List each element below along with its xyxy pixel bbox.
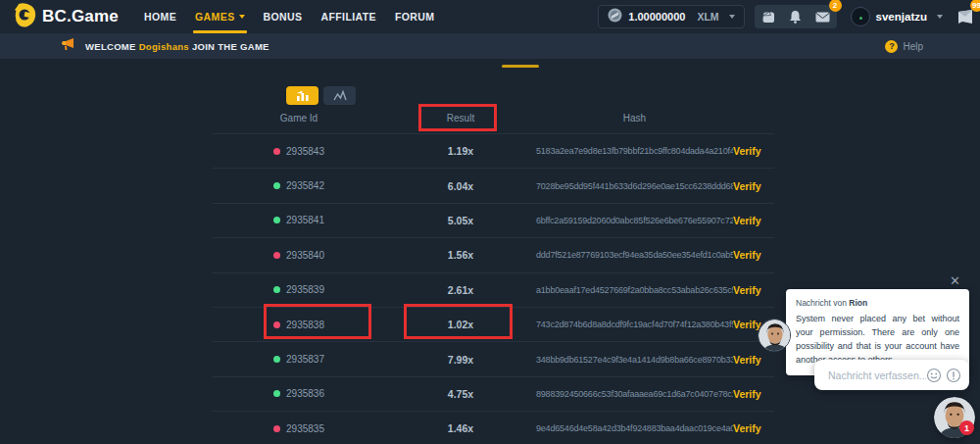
game-dot (273, 148, 280, 155)
highlight-box-result (404, 304, 513, 339)
megaphone-icon (61, 37, 75, 55)
hash-value: 348bb9db61527e4c9f3e4a1414d9b8ba66ce8970… (536, 355, 733, 365)
username: svenjatzu (876, 11, 927, 23)
header-hash: Hash (536, 113, 733, 123)
game-id-cell: 2935841 (213, 215, 385, 225)
game-id-cell: 2935839 (213, 284, 385, 295)
nav-home[interactable]: HOME (144, 0, 176, 33)
welcome-text: WELCOME Dogishans JOIN THE GAME (85, 41, 270, 52)
game-dot (273, 252, 280, 259)
game-id-cell: 2935836 (213, 388, 385, 399)
balance-currency: XLM (697, 11, 718, 23)
game-id: 2935835 (286, 423, 324, 434)
game-id: 2935837 (286, 354, 324, 365)
help-button[interactable]: ? Help (885, 33, 923, 59)
close-icon[interactable]: ✕ (950, 273, 960, 288)
smiley-icon[interactable] (926, 368, 942, 383)
chat-bubble-icon (956, 8, 974, 25)
chat-input-bar (814, 360, 969, 390)
hash-value: ddd7f521e87769103ecf94ea35da50ee354efd1c… (536, 250, 733, 260)
game-id-cell: 2935842 (213, 180, 385, 191)
hash-value: a1bb0eaaf17ed4527669f2a0bba8cc53abab26c6… (536, 285, 733, 295)
user-menu[interactable]: svenjatzu (851, 7, 943, 26)
table-row: 2935839 2.61x a1bb0eaaf17ed4527669f2a0bb… (213, 272, 774, 307)
game-id-cell: 2935843 (213, 146, 385, 157)
result-value: 1.56x (385, 249, 536, 261)
bcgame-logo-icon (14, 3, 36, 31)
result-value: 4.75x (385, 388, 536, 400)
hash-value: 8988392450666c53f30afaaaea69c1d6a7c0407e… (536, 389, 733, 399)
game-history-table: Game Id Result Hash 2935843 1.19x 5183a2… (213, 103, 774, 444)
trend-chart-icon (333, 90, 347, 102)
bar-chart-icon (296, 90, 310, 102)
game-id: 2935842 (286, 180, 324, 191)
main-nav: HOME GAMES BONUS AFFILIATE FORUM (144, 0, 435, 33)
table-row: 2935837 7.99x 348bb9db61527e4c9f3e4a1414… (213, 341, 774, 375)
nav-forum[interactable]: FORUM (395, 0, 435, 33)
verify-link[interactable]: Verify (733, 215, 774, 226)
table-row: 2935836 4.75x 8988392450666c53f30afaaaea… (213, 376, 774, 411)
result-value: 6.04x (385, 180, 536, 192)
result-value: 5.05x (385, 215, 536, 226)
game-dot (273, 356, 280, 363)
highlight-box-game-id (264, 304, 371, 339)
table-row: 2935835 1.46x 9e4d6546d4e58a42d3b4f92488… (213, 411, 774, 444)
result-value: 1.46x (385, 422, 536, 434)
user-avatar (851, 7, 870, 26)
verify-link[interactable]: Verify (733, 354, 774, 366)
mail-button[interactable]: 2 (809, 5, 837, 28)
exclamation-icon[interactable] (946, 368, 961, 383)
game-dot (273, 390, 280, 397)
game-id: 2935843 (286, 146, 324, 157)
mail-icon (815, 12, 830, 23)
header-game-id: Game Id (213, 113, 385, 123)
chat-toggle-button[interactable]: 99 (953, 5, 978, 28)
coin-icon (608, 8, 622, 26)
nav-bonus[interactable]: BONUS (264, 0, 303, 33)
help-icon: ? (885, 40, 898, 53)
game-dot (273, 286, 280, 293)
table-row: 2935843 1.19x 5183a2ea7e9d8e13fb79bbf21b… (213, 133, 774, 168)
verify-link[interactable]: Verify (733, 422, 774, 434)
wallet-button[interactable] (755, 5, 782, 28)
table-row: 2935842 6.04x 7028be95dd95f441b633d6d296… (213, 168, 774, 202)
game-dot (273, 217, 280, 223)
active-tab-indicator (502, 65, 539, 68)
wallet-icon (761, 11, 775, 24)
welcome-bar: WELCOME Dogishans JOIN THE GAME ? Help (0, 33, 980, 59)
help-label: Help (903, 41, 923, 52)
verify-link[interactable]: Verify (733, 145, 774, 157)
game-id: 2935841 (286, 215, 324, 225)
result-value: 1.19x (385, 145, 536, 157)
table-row: 2935840 1.56x ddd7f521e87769103ecf94ea35… (213, 237, 774, 271)
caret-down-icon (937, 15, 943, 19)
bcgame-logo[interactable]: BC.Game (14, 3, 119, 31)
bell-icon (789, 10, 802, 24)
caret-down-icon (729, 15, 735, 19)
verify-link[interactable]: Verify (733, 249, 774, 261)
chat-sender-name: Rion (849, 298, 867, 308)
game-id-cell: 2935840 (213, 250, 385, 261)
verify-link[interactable]: Verify (733, 180, 774, 192)
chat-launcher-badge: 1 (959, 420, 974, 435)
game-id: 2935840 (286, 250, 324, 261)
hash-value: 7028be95dd95f441b633d6d296e0ae15cc6238dd… (536, 181, 733, 191)
chat-message-input[interactable] (828, 370, 926, 381)
game-dot (273, 425, 280, 432)
notifications-button[interactable] (782, 5, 809, 28)
verify-link[interactable]: Verify (733, 388, 774, 400)
balance-selector[interactable]: 1.00000000 XLM (598, 5, 744, 28)
header-icon-group: 2 (755, 5, 837, 28)
nav-games[interactable]: GAMES (195, 0, 245, 33)
chat-message-from: Nachricht von Rion (796, 298, 959, 308)
hash-value: 5183a2ea7e9d8e13fb79bbf21bc9ffc804dada4a… (536, 146, 733, 156)
hash-value: 743c2d874b6d8a8dcdf9fc19acf4d70f74f12a38… (536, 320, 733, 329)
welcome-username: Dogishans (139, 41, 189, 52)
result-value: 2.61x (385, 284, 536, 296)
game-dot (273, 182, 280, 189)
history-table-body: 2935843 1.19x 5183a2ea7e9d8e13fb79bbf21b… (213, 133, 774, 444)
hash-value: 6bffc2a59159d2060d0abc85f526e6be676e5590… (536, 216, 733, 225)
nav-affiliate[interactable]: AFFILIATE (320, 0, 375, 33)
verify-link[interactable]: Verify (733, 284, 774, 296)
table-row: 2935841 5.05x 6bffc2a59159d2060d0abc85f5… (213, 203, 774, 237)
